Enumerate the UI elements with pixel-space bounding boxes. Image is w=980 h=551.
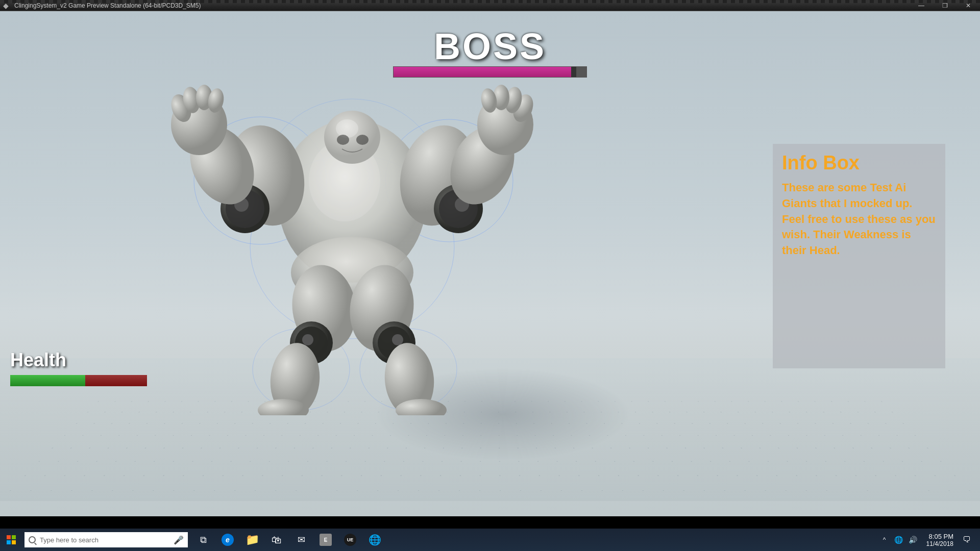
network-icon[interactable]: 🌐: [892, 529, 906, 551]
title-stripe: [0, 0, 980, 3]
file-explorer-button[interactable]: 📁: [241, 529, 263, 551]
volume-icon[interactable]: 🔊: [906, 529, 920, 551]
unreal-engine-button[interactable]: UE: [339, 529, 361, 551]
epic-launcher-button[interactable]: E: [314, 529, 337, 551]
folder-icon: 📁: [246, 533, 259, 546]
volume-indicator-icon: 🔊: [909, 536, 917, 544]
notification-icon: 🗨: [963, 535, 971, 544]
clock-time: 8:05 PM: [929, 533, 953, 540]
store-button[interactable]: 🛍: [265, 529, 288, 551]
robot-character: [143, 22, 561, 415]
store-icon: 🛍: [272, 534, 282, 546]
mail-icon: ✉: [298, 534, 305, 545]
mail-button[interactable]: ✉: [290, 529, 312, 551]
svg-point-10: [337, 135, 349, 145]
task-view-icon: ⧉: [200, 535, 207, 545]
svg-point-8: [324, 111, 380, 164]
edge-browser-button[interactable]: 🌐: [363, 529, 386, 551]
edge-icon: 🌐: [369, 534, 381, 546]
player-health-label: Health: [10, 349, 66, 371]
player-health-bar: [10, 375, 147, 386]
ie-icon: e: [222, 534, 234, 546]
task-view-button[interactable]: ⧉: [192, 529, 214, 551]
svg-point-42: [392, 334, 403, 345]
svg-point-9: [336, 119, 358, 138]
tray-expand-button[interactable]: ^: [877, 529, 892, 551]
tray-expand-icon: ^: [883, 536, 886, 543]
ie-button[interactable]: e: [216, 529, 239, 551]
notification-button[interactable]: 🗨: [958, 529, 976, 551]
boss-name: BOSS: [434, 26, 546, 67]
clock-date: 11/4/2018: [926, 540, 953, 547]
unreal-icon: UE: [344, 534, 356, 546]
network-indicator-icon: 🌐: [894, 536, 903, 544]
player-health-red: [85, 375, 147, 386]
search-icon: [29, 536, 36, 543]
search-bar[interactable]: Type here to search 🎤: [24, 532, 188, 547]
search-placeholder-text: Type here to search: [40, 536, 99, 544]
boss-health-cap: [576, 67, 586, 77]
system-clock[interactable]: 8:05 PM 11/4/2018: [922, 533, 958, 547]
microphone-icon[interactable]: 🎤: [174, 535, 184, 545]
start-square-4: [12, 540, 16, 544]
player-health-green: [10, 375, 85, 386]
start-button[interactable]: [0, 529, 22, 551]
game-viewport: BOSS Health Info Box These are some Test…: [0, 11, 980, 516]
start-square-1: [7, 535, 11, 539]
start-square-2: [12, 535, 16, 539]
info-box-text: These are some Test Ai Giants that I moc…: [782, 180, 936, 259]
svg-point-36: [302, 334, 313, 345]
svg-point-11: [356, 135, 369, 145]
start-square-3: [7, 540, 11, 544]
boss-health-fill: [394, 67, 571, 77]
windows-logo-icon: [7, 535, 16, 544]
system-tray: ^ 🌐 🔊 8:05 PM 11/4/2018 🗨: [877, 529, 980, 551]
info-box: Info Box These are some Test Ai Giants t…: [773, 144, 945, 368]
info-box-title: Info Box: [782, 152, 936, 174]
taskbar-apps: ⧉ e 📁 🛍 ✉ E UE 🌐: [192, 529, 386, 551]
taskbar: Type here to search 🎤 ⧉ e 📁 🛍 ✉ E UE: [0, 529, 980, 551]
epic-icon: E: [320, 534, 332, 546]
boss-health-bar-container: [393, 66, 587, 78]
